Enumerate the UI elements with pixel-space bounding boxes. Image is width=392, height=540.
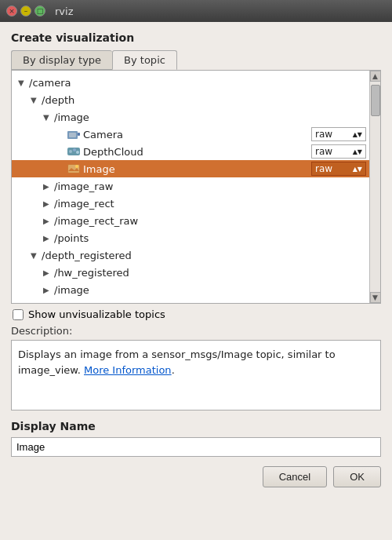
label-hw-registered: /hw_registered — [54, 267, 369, 279]
tree-item-hw-registered[interactable]: ▶ /hw_registered — [12, 264, 369, 281]
cancel-button[interactable]: Cancel — [263, 466, 327, 487]
arrow-hw-registered: ▶ — [43, 268, 54, 277]
titlebar-buttons: × – □ — [6, 5, 45, 16]
tree-item-depthcloud[interactable]: DepthCloud raw ▲▼ — [12, 143, 369, 160]
label-image-raw2: /image_raw — [54, 301, 369, 304]
tree-item-camera-root[interactable]: ▼ /camera — [12, 74, 369, 91]
label-image2: /image — [54, 284, 369, 296]
camera-icon — [67, 128, 81, 140]
svg-rect-2 — [69, 133, 76, 137]
arrow-image-raw: ▶ — [43, 182, 54, 191]
ok-button[interactable]: OK — [333, 466, 381, 487]
arrow-image2: ▶ — [43, 286, 54, 294]
arrow-depth: ▼ — [31, 96, 42, 104]
titlebar: × – □ rviz — [0, 0, 392, 22]
label-image-rect-raw: /image_rect_raw — [54, 215, 369, 227]
arrow-depth-registered: ▼ — [31, 251, 42, 260]
tree-item-image-rect-raw[interactable]: ▶ /image_rect_raw — [12, 212, 369, 229]
svg-point-5 — [73, 148, 76, 151]
tree-item-image-raw2[interactable]: ▶ /image_raw — [12, 298, 369, 303]
svg-rect-1 — [78, 133, 80, 136]
label-image-rect: /image_rect — [54, 198, 369, 210]
camera-dropdown[interactable]: raw ▲▼ — [311, 127, 366, 141]
button-row: Cancel OK — [11, 466, 381, 487]
tree-item-image-rect[interactable]: ▶ /image_rect — [12, 195, 369, 212]
label-depth: /depth — [42, 94, 369, 106]
label-image-folder: /image — [54, 111, 369, 123]
tree-panel: ▼ /camera ▼ /depth ▼ /image — [11, 70, 381, 304]
tab-by-topic[interactable]: By topic — [112, 50, 177, 70]
tree-scrollbar: ▲ ▼ — [369, 71, 380, 303]
label-image-raw: /image_raw — [54, 181, 369, 192]
more-information-link[interactable]: More Information — [84, 364, 172, 376]
close-button[interactable]: × — [6, 5, 17, 16]
svg-point-4 — [69, 150, 72, 153]
maximize-button[interactable]: □ — [34, 5, 45, 16]
label-depth-registered: /depth_registered — [42, 250, 369, 261]
window-title: rviz — [55, 5, 73, 17]
label-depthcloud: DepthCloud — [83, 146, 311, 158]
description-label: Description: — [11, 325, 381, 337]
svg-point-9 — [75, 165, 78, 168]
minimize-button[interactable]: – — [20, 5, 31, 16]
scroll-up-arrow[interactable]: ▲ — [370, 71, 381, 82]
image-dropdown[interactable]: raw ▲▼ — [311, 162, 366, 176]
depthcloud-dropdown[interactable]: raw ▲▼ — [311, 144, 366, 159]
label-camera: Camera — [83, 129, 311, 140]
show-unvisualizable-row: Show unvisualizable topics — [11, 304, 381, 325]
arrow-image-rect-raw: ▶ — [43, 217, 54, 225]
label-image-selected: Image — [83, 163, 311, 175]
arrow-image-rect: ▶ — [43, 199, 54, 208]
arrow-points: ▶ — [43, 234, 54, 243]
tree-item-image-folder[interactable]: ▼ /image — [12, 108, 369, 126]
tree-content[interactable]: ▼ /camera ▼ /depth ▼ /image — [12, 71, 369, 303]
scrollbar-thumb[interactable] — [371, 85, 380, 116]
scrollbar-track[interactable] — [370, 82, 380, 292]
tree-item-points[interactable]: ▶ /points — [12, 229, 369, 246]
tree-item-camera[interactable]: Camera raw ▲▼ — [12, 126, 369, 143]
arrow-image-raw2: ▶ — [43, 303, 54, 304]
dialog: Create visualization By display type By … — [0, 22, 392, 540]
description-text-after: . — [172, 364, 175, 376]
description-text-before: Displays an image from a sensor_msgs/Ima… — [18, 348, 336, 376]
depthcloud-icon — [67, 145, 81, 158]
show-unvisualizable-label: Show unvisualizable topics — [28, 308, 165, 320]
dialog-title: Create visualization — [11, 31, 381, 44]
tree-item-image-raw[interactable]: ▶ /image_raw — [12, 177, 369, 195]
arrow-image-folder: ▼ — [43, 113, 54, 122]
tab-bar: By display type By topic — [11, 50, 381, 70]
arrow-camera-root: ▼ — [18, 78, 29, 87]
display-name-label: Display Name — [11, 420, 381, 432]
show-unvisualizable-checkbox[interactable] — [13, 309, 24, 320]
tree-item-depth[interactable]: ▼ /depth — [12, 91, 369, 108]
tree-item-image-selected[interactable]: Image raw ▲▼ — [12, 160, 369, 177]
label-camera-root: /camera — [29, 77, 369, 89]
label-points: /points — [54, 232, 369, 244]
display-name-input[interactable] — [11, 437, 381, 457]
svg-point-6 — [76, 151, 79, 154]
tab-by-display-type[interactable]: By display type — [11, 50, 112, 70]
description-box: Displays an image from a sensor_msgs/Ima… — [11, 340, 381, 410]
image-icon — [67, 162, 81, 175]
scroll-down-arrow[interactable]: ▼ — [370, 292, 381, 303]
tree-item-image2[interactable]: ▶ /image — [12, 281, 369, 298]
tree-item-depth-registered[interactable]: ▼ /depth_registered — [12, 246, 369, 264]
